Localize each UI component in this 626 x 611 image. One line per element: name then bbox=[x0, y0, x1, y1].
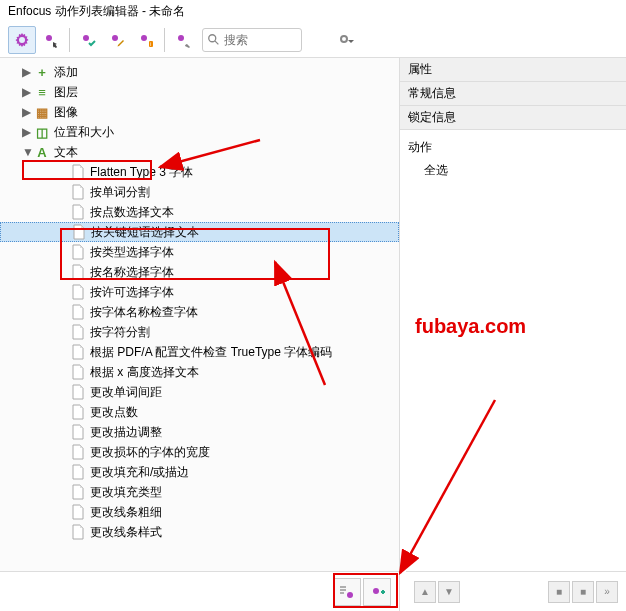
file-icon-wrap bbox=[70, 264, 86, 280]
child-label: 更改线条粗细 bbox=[90, 504, 162, 521]
tree-child-item[interactable]: 按字符分割 bbox=[0, 322, 399, 342]
child-label: 更改填充类型 bbox=[90, 484, 162, 501]
tree-child-item[interactable]: 更改损坏的字体的宽度 bbox=[0, 442, 399, 462]
tool-btn-3[interactable] bbox=[74, 26, 102, 54]
file-icon-wrap bbox=[70, 244, 86, 260]
search-box[interactable] bbox=[202, 28, 302, 52]
tree-child-item[interactable]: 按点数选择文本 bbox=[0, 202, 399, 222]
tree-child-item[interactable]: 更改填充和/或描边 bbox=[0, 462, 399, 482]
tree-child-item[interactable]: 根据 x 高度选择文本 bbox=[0, 362, 399, 382]
tree-child-item[interactable]: 按单词分割 bbox=[0, 182, 399, 202]
child-label: 按点数选择文本 bbox=[90, 204, 174, 221]
right-bottom-toolbar: ▲ ▼ ■ ■ » bbox=[406, 571, 626, 611]
prop-header-properties: 属性 bbox=[400, 58, 626, 82]
category-item[interactable]: ▼ A 文本 bbox=[0, 142, 399, 162]
category-label: 添加 bbox=[54, 64, 78, 81]
left-bottom-toolbar bbox=[0, 571, 399, 611]
file-icon bbox=[71, 244, 85, 260]
up-icon: ▲ bbox=[420, 586, 430, 597]
file-icon-wrap bbox=[70, 444, 86, 460]
tool-btn-6[interactable] bbox=[169, 26, 197, 54]
child-label: 根据 PDF/A 配置文件检查 TrueType 字体编码 bbox=[90, 344, 332, 361]
tree-child-item[interactable]: 按类型选择字体 bbox=[0, 242, 399, 262]
svg-point-2 bbox=[209, 34, 216, 41]
file-icon-wrap bbox=[70, 524, 86, 540]
child-label: Flatten Type 3 字体 bbox=[90, 164, 193, 181]
file-icon bbox=[71, 164, 85, 180]
expand-btn[interactable]: » bbox=[596, 581, 618, 603]
settings-dropdown[interactable] bbox=[333, 26, 361, 54]
child-label: 按类型选择字体 bbox=[90, 244, 174, 261]
tree-child-item[interactable]: 更改线条样式 bbox=[0, 522, 399, 542]
category-label: 图像 bbox=[54, 104, 78, 121]
tool-btn-2[interactable] bbox=[37, 26, 65, 54]
prop-selectall[interactable]: 全选 bbox=[400, 159, 626, 182]
prop-action-label: 动作 bbox=[400, 136, 626, 159]
add-action-btn-2[interactable] bbox=[363, 578, 391, 606]
file-icon-wrap bbox=[70, 504, 86, 520]
tree-child-item[interactable]: Flatten Type 3 字体 bbox=[0, 162, 399, 182]
mini-btn-2[interactable]: ■ bbox=[572, 581, 594, 603]
file-icon bbox=[71, 364, 85, 380]
expand-arrow[interactable]: ▶ bbox=[22, 85, 34, 99]
gear-icon bbox=[14, 32, 30, 48]
category-item[interactable]: ▶ + 添加 bbox=[0, 62, 399, 82]
tree-child-item[interactable]: 更改描边调整 bbox=[0, 422, 399, 442]
add-action-btn-1[interactable] bbox=[333, 578, 361, 606]
category-icon: ◫ bbox=[34, 124, 50, 140]
file-icon bbox=[71, 404, 85, 420]
expand-arrow[interactable]: ▶ bbox=[22, 105, 34, 119]
tree-child-item[interactable]: 按关键短语选择文本 bbox=[0, 222, 399, 242]
gear-caret-icon bbox=[339, 34, 355, 46]
child-label: 按关键短语选择文本 bbox=[91, 224, 199, 241]
tree-child-item[interactable]: 更改点数 bbox=[0, 402, 399, 422]
chevron-icon: » bbox=[604, 586, 610, 597]
file-icon-wrap bbox=[70, 404, 86, 420]
category-item[interactable]: ▶ ◫ 位置和大小 bbox=[0, 122, 399, 142]
file-icon bbox=[71, 184, 85, 200]
file-icon-wrap bbox=[70, 344, 86, 360]
gear-plus-icon bbox=[368, 584, 386, 600]
category-item[interactable]: ▶ ≡ 图层 bbox=[0, 82, 399, 102]
expand-arrow[interactable]: ▶ bbox=[22, 65, 34, 79]
file-icon-wrap bbox=[70, 204, 86, 220]
file-icon-wrap bbox=[70, 464, 86, 480]
child-label: 按名称选择字体 bbox=[90, 264, 174, 281]
tool-btn-4[interactable] bbox=[103, 26, 131, 54]
main-toolbar: i bbox=[0, 22, 626, 58]
gear-pencil-icon bbox=[109, 32, 125, 48]
search-input[interactable] bbox=[224, 33, 294, 47]
gear-info-icon: i bbox=[138, 32, 154, 48]
category-icon: ▦ bbox=[34, 104, 50, 120]
child-label: 更改单词间距 bbox=[90, 384, 162, 401]
tree-child-item[interactable]: 更改线条粗细 bbox=[0, 502, 399, 522]
tree-child-item[interactable]: 按名称选择字体 bbox=[0, 262, 399, 282]
tool-btn-1[interactable] bbox=[8, 26, 36, 54]
tool-btn-5[interactable]: i bbox=[132, 26, 160, 54]
watermark: fubaya.com bbox=[415, 315, 526, 338]
mini-btn-1[interactable]: ■ bbox=[548, 581, 570, 603]
tree-child-item[interactable]: 按许可选择字体 bbox=[0, 282, 399, 302]
file-icon-wrap bbox=[71, 224, 87, 240]
expand-arrow[interactable]: ▶ bbox=[22, 125, 34, 139]
prop-header-lock[interactable]: 锁定信息 bbox=[400, 106, 626, 130]
file-icon-wrap bbox=[70, 324, 86, 340]
file-icon bbox=[71, 284, 85, 300]
child-label: 按许可选择字体 bbox=[90, 284, 174, 301]
window-title: Enfocus 动作列表编辑器 - 未命名 bbox=[0, 0, 626, 22]
category-item[interactable]: ▶ ▦ 图像 bbox=[0, 102, 399, 122]
move-up-btn[interactable]: ▲ bbox=[414, 581, 436, 603]
file-icon bbox=[71, 524, 85, 540]
tree-child-item[interactable]: 更改单词间距 bbox=[0, 382, 399, 402]
tree-child-item[interactable]: 根据 PDF/A 配置文件检查 TrueType 字体编码 bbox=[0, 342, 399, 362]
file-icon bbox=[71, 464, 85, 480]
expand-arrow[interactable]: ▼ bbox=[22, 145, 34, 159]
file-icon-wrap bbox=[70, 164, 86, 180]
tree-child-item[interactable]: 按字体名称检查字体 bbox=[0, 302, 399, 322]
tree-view[interactable]: ▶ + 添加▶ ≡ 图层▶ ▦ 图像▶ ◫ 位置和大小▼ A 文本 Flatte… bbox=[0, 58, 399, 563]
tree-child-item[interactable]: 更改填充类型 bbox=[0, 482, 399, 502]
file-icon-wrap bbox=[70, 184, 86, 200]
child-label: 更改填充和/或描边 bbox=[90, 464, 189, 481]
prop-header-general[interactable]: 常规信息 bbox=[400, 82, 626, 106]
move-down-btn[interactable]: ▼ bbox=[438, 581, 460, 603]
